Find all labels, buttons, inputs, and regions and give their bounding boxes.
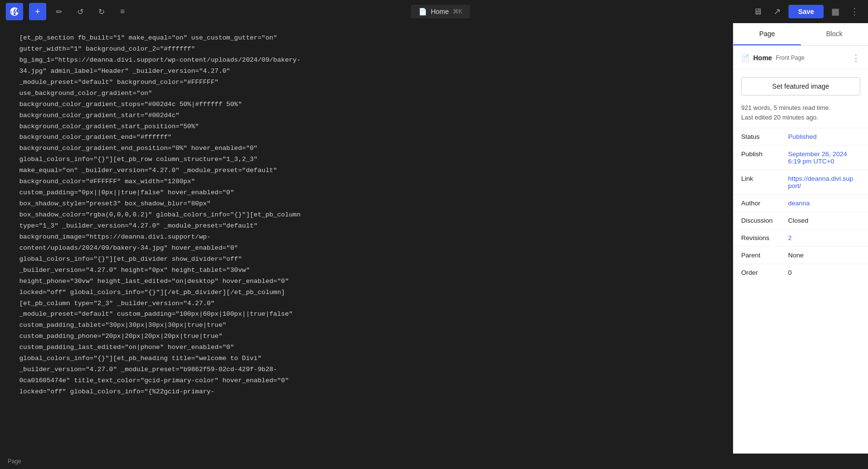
edit-button[interactable]: ✏: [50, 3, 68, 20]
sidebar-panel: Page Block 📄 Home Front Page ⋮ Set featu…: [733, 23, 868, 454]
page-title-button[interactable]: 📄 Home ⌘K: [411, 5, 470, 18]
table-row: Linkhttps://deanna.divi.sup port/: [733, 170, 868, 195]
set-featured-image-button[interactable]: Set featured image: [741, 77, 860, 95]
table-row: ParentNone: [733, 247, 868, 264]
page-name-label: Home: [753, 54, 772, 62]
list-view-button[interactable]: ≡: [114, 3, 131, 20]
meta-value: Closed: [780, 212, 868, 229]
desktop-view-button[interactable]: 🖥: [750, 4, 765, 19]
meta-label: Parent: [733, 247, 780, 264]
meta-label: Link: [733, 170, 780, 195]
meta-value[interactable]: 2: [780, 229, 868, 247]
external-link-button[interactable]: ↗: [769, 4, 785, 19]
shortcut-label: ⌘K: [453, 8, 462, 15]
table-row: Order0: [733, 264, 868, 281]
toolbar-center: 📄 Home ⌘K: [135, 5, 746, 18]
meta-value: 0: [780, 264, 868, 281]
front-page-tag: Front Page: [776, 54, 804, 61]
tab-page[interactable]: Page: [733, 23, 801, 45]
table-row: Authordeanna: [733, 195, 868, 212]
meta-label: Publish: [733, 146, 780, 170]
more-options-button[interactable]: ⋮: [847, 4, 862, 19]
meta-label: Discussion: [733, 212, 780, 229]
page-doc-icon: 📄: [741, 54, 749, 62]
undo-button[interactable]: ↺: [71, 3, 89, 20]
meta-label: Revisions: [733, 229, 780, 247]
meta-value[interactable]: https://deanna.divi.sup port/: [780, 170, 868, 195]
wordpress-icon: [9, 6, 20, 17]
meta-table: StatusPublishedPublishSeptember 26, 2024…: [733, 128, 868, 281]
code-editor[interactable]: [et_pb_section fb_built="1" make_equal="…: [0, 23, 733, 454]
meta-label: Author: [733, 195, 780, 212]
sidebar-header: 📄 Home Front Page ⋮: [733, 46, 868, 69]
word-count-line: 921 words, 5 minutes read time.: [741, 103, 860, 113]
toolbar-right: 🖥 ↗ Save ▦ ⋮: [750, 4, 862, 19]
sidebar-toggle-button[interactable]: ▦: [827, 4, 843, 19]
wp-logo: [6, 3, 23, 20]
bottom-bar: Page: [0, 454, 868, 469]
redo-button[interactable]: ↻: [93, 3, 110, 20]
table-row: StatusPublished: [733, 128, 868, 146]
page-icon: 📄: [419, 8, 427, 15]
meta-value[interactable]: Published: [780, 128, 868, 146]
main-layout: [et_pb_section fb_built="1" make_equal="…: [0, 23, 868, 454]
tab-block[interactable]: Block: [801, 23, 868, 45]
meta-label: Status: [733, 128, 780, 146]
meta-value[interactable]: deanna: [780, 195, 868, 212]
page-options-button[interactable]: ⋮: [852, 53, 860, 63]
meta-value: None: [780, 247, 868, 264]
meta-label: Order: [733, 264, 780, 281]
add-button[interactable]: +: [29, 3, 46, 20]
table-row: PublishSeptember 26, 2024 6:19 pm UTC+0: [733, 146, 868, 170]
bottom-bar-label: Page: [8, 458, 21, 465]
toolbar: + ✏ ↺ ↻ ≡ 📄 Home ⌘K 🖥 ↗ Save ▦ ⋮: [0, 0, 868, 23]
sidebar-page-name: 📄 Home Front Page: [741, 54, 804, 62]
save-button[interactable]: Save: [788, 5, 824, 18]
table-row: Revisions2: [733, 229, 868, 247]
last-edited-line: Last edited 20 minutes ago.: [741, 113, 860, 122]
sidebar-tabs: Page Block: [733, 23, 868, 46]
page-title-label: Home: [431, 8, 448, 15]
meta-summary: 921 words, 5 minutes read time. Last edi…: [733, 103, 868, 128]
meta-value[interactable]: September 26, 2024 6:19 pm UTC+0: [780, 146, 868, 170]
table-row: DiscussionClosed: [733, 212, 868, 229]
